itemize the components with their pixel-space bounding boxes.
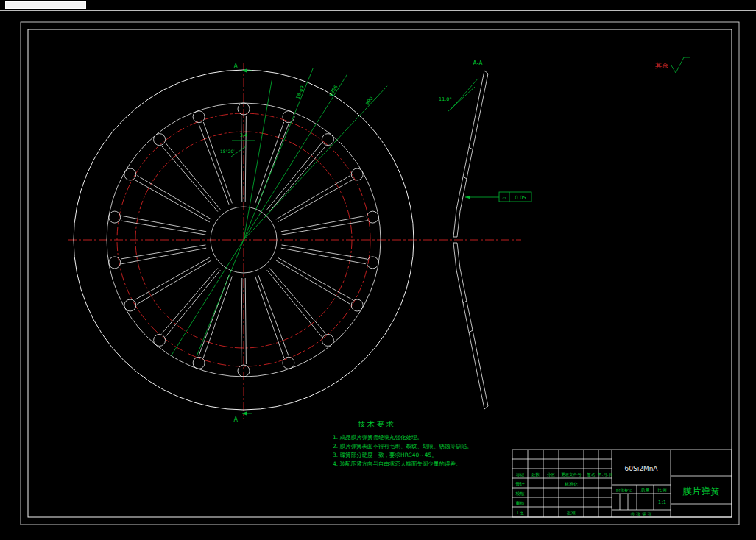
section-inner-edge-upper	[457, 74, 488, 237]
drawing-sheet[interactable]: 18-φ9φ356φ90 3.4 18°20′ A A A-A	[0, 0, 756, 540]
slot-end-hole	[154, 134, 166, 146]
slot-end-hole	[283, 357, 294, 369]
slot-edge	[121, 245, 205, 259]
scale-value: 1:1	[658, 500, 666, 505]
slot-edge	[276, 260, 350, 305]
flatness-value: 0.05	[515, 195, 526, 201]
slot-end-hole	[283, 111, 294, 123]
tech-requirement-item: 4. 装配压紧方向与自由状态大端面失圆少量的误差。	[333, 461, 462, 467]
slot-edge	[162, 268, 218, 333]
roughness-icon	[671, 57, 684, 73]
slot-edge	[267, 143, 322, 209]
cad-canvas[interactable]: 18-φ9φ356φ90 3.4 18°20′ A A A-A	[0, 0, 756, 540]
cone-angle-label: 11.0°	[439, 96, 452, 102]
role-label-approve: 批准	[567, 510, 576, 516]
section-cap-bottom	[484, 406, 488, 409]
tolerance-arrowhead-icon	[465, 196, 470, 199]
slot-edge	[269, 268, 325, 333]
slot-edge	[269, 146, 325, 212]
section-cap-top	[484, 71, 488, 74]
dimension-leader-line	[171, 74, 347, 355]
revision-header: 签名	[587, 472, 596, 477]
slot-edge	[278, 257, 353, 300]
role-label-design: 设计	[516, 481, 525, 486]
slot-angle-dim-label: 18°20′	[220, 149, 235, 154]
surface-finish-note: 其余	[655, 57, 690, 73]
slot-end-hole	[124, 299, 136, 311]
slot-end-hole	[351, 299, 363, 311]
hole-section-tick	[469, 147, 473, 149]
slot-edge	[245, 116, 246, 202]
mass-label: 质量	[641, 487, 650, 492]
slot-end-hole	[322, 134, 333, 146]
slot-end-hole	[124, 168, 136, 180]
tech-requirement-item: 3. 碟簧部分硬度一致，要求HRC40～45。	[333, 452, 437, 458]
slot-edge	[255, 277, 284, 358]
role-label-process: 工艺	[516, 510, 525, 515]
tech-requirement-item: 2. 膜片弹簧表面不得有毛刺、裂纹、划痕、锈蚀等缺陷。	[333, 443, 473, 450]
slot-edge	[241, 116, 242, 202]
part-name: 膜片弹簧	[683, 486, 721, 497]
scale-label: 比例	[658, 487, 667, 493]
slot-edge	[276, 176, 350, 220]
slot-edge	[162, 146, 218, 212]
slot-edge	[137, 260, 211, 305]
slot-edge	[278, 180, 353, 222]
slot-edge	[166, 270, 220, 336]
slot-end-hole	[367, 257, 378, 269]
title-block-material: 60Si2MnA	[624, 465, 658, 472]
tech-requirements: 技术要求 1. 成品膜片弹簧需经喷丸强化处理。 2. 膜片弹簧表面不得有毛刺、裂…	[333, 420, 473, 467]
section-inner-edge-lower	[457, 243, 488, 406]
section-view-title: A-A	[473, 60, 483, 67]
slot-edge	[282, 221, 367, 235]
role-label-standard: 标准化	[564, 481, 578, 487]
hole-section-tick	[463, 301, 467, 303]
slot-edge	[267, 270, 322, 336]
slot-edge	[135, 180, 210, 222]
surface-note-label: 其余	[655, 62, 668, 69]
slot-edge	[121, 248, 206, 264]
role-label-audit: 审核	[516, 500, 525, 505]
tech-requirement-item: 1. 成品膜片弹簧需经喷丸强化处理。	[333, 434, 423, 441]
radial-dimension-label: 18-φ9	[294, 85, 305, 100]
hole-section-tick	[469, 330, 473, 333]
revision-header: 年.月.日	[598, 472, 612, 477]
revision-header: 标记	[515, 472, 525, 477]
section-view: A-A 11.0° ▱ 0.05	[439, 60, 531, 409]
radial-dimension-label: φ356	[328, 84, 339, 97]
sheet-info: 共 张 第 张	[630, 511, 652, 517]
section-arrowhead-bottom-icon	[242, 412, 247, 416]
revision-header: 更改文件号	[561, 472, 582, 477]
slot-width-dim-label: 3.4	[240, 132, 247, 138]
slot-edge	[245, 278, 246, 364]
slot-end-hole	[367, 211, 378, 223]
slot-edge	[241, 278, 242, 364]
dimension-leader-line	[244, 86, 387, 240]
slot-end-hole	[109, 211, 121, 223]
slot-edge	[135, 257, 210, 300]
stage-label: 阶段标记	[616, 488, 633, 493]
slot-end-hole	[109, 257, 121, 269]
tech-requirements-title: 技术要求	[358, 420, 396, 428]
slot-edge	[166, 143, 220, 209]
hole-section-tick	[463, 177, 467, 179]
section-arrowhead-top-icon	[242, 69, 247, 73]
slot-edge	[121, 216, 206, 232]
flatness-symbol-icon: ▱	[502, 195, 506, 201]
slot-edge	[282, 245, 367, 259]
slot-end-hole	[351, 168, 363, 180]
slot-end-hole	[193, 357, 205, 369]
radial-dimension-label: φ90	[364, 96, 374, 107]
slot-edge	[255, 122, 284, 203]
slot-edge	[137, 176, 211, 220]
revision-header: 处数	[531, 472, 540, 477]
section-outer-edge-lower	[453, 243, 484, 409]
title-block: 标记 处数 分区 更改文件号 签名 年.月.日 设计 校核 审核 工艺 标准化 …	[512, 450, 732, 517]
slot-edge	[281, 248, 366, 264]
slot-end-hole	[322, 334, 333, 346]
section-outer-edge-upper	[453, 71, 484, 237]
angle-leader-line	[451, 78, 478, 109]
slot-edge	[121, 221, 205, 235]
slot-end-hole	[154, 334, 166, 346]
slot-edge	[203, 277, 232, 358]
